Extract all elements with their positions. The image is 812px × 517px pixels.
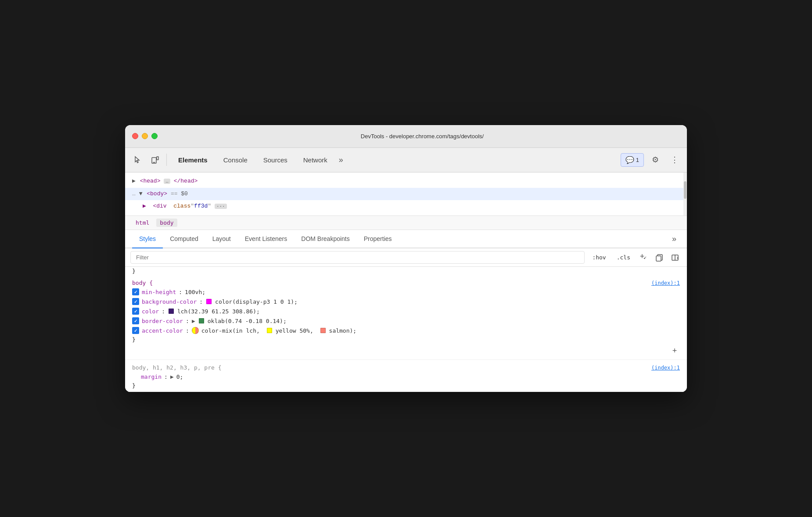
border-color-swatch[interactable] — [199, 318, 204, 323]
css-rule1-close: } — [125, 335, 687, 344]
css-prop-border-color: border-color : ▶ oklab(0.74 -0.18 0.14); — [125, 316, 687, 326]
css-value-accent-color-prefix: color-mix(in lch, — [201, 327, 263, 334]
dom-head-line[interactable]: ▶ <head> … </head> — [125, 175, 687, 188]
bg-color-swatch[interactable] — [206, 299, 212, 304]
css-selector-body-multi[interactable]: body, h1, h2, h3, p, pre { — [132, 364, 222, 371]
css-propname-bg-color[interactable]: background-color — [142, 298, 197, 305]
add-icon: + — [640, 252, 645, 261]
css-propname-min-height[interactable]: min-height — [142, 289, 176, 295]
color-swatch[interactable] — [169, 309, 174, 314]
css-value-min-height[interactable]: 100vh; — [185, 289, 205, 295]
more-menu-button[interactable]: ⋮ — [667, 152, 683, 168]
css-checkbox-bg-color[interactable] — [132, 298, 139, 305]
dom-head-tag: <head> — [140, 178, 161, 184]
css-value-margin[interactable]: 0; — [176, 373, 183, 380]
css-checkbox-min-height[interactable] — [132, 288, 139, 295]
filter-actions: :hov .cls + ↙ — [588, 251, 682, 264]
notification-icon: 💬 — [625, 156, 634, 164]
breadcrumb-body[interactable]: body — [156, 219, 177, 227]
notification-button[interactable]: 💬 1 — [621, 153, 644, 167]
salmon-swatch[interactable] — [320, 328, 326, 333]
toolbar-separator — [166, 154, 167, 166]
css-colon-4: : — [186, 318, 189, 324]
add-style-button[interactable]: + ↙ — [637, 251, 650, 264]
css-source-body[interactable]: (index):1 — [651, 280, 680, 286]
css-propname-color[interactable]: color — [142, 308, 159, 315]
css-colon-5: : — [186, 327, 189, 334]
settings-button[interactable]: ⚙ — [647, 152, 663, 168]
css-propname-accent-color[interactable]: accent-color — [142, 327, 183, 334]
device-toggle-button[interactable] — [147, 152, 163, 168]
copy-styles-button[interactable] — [653, 251, 666, 264]
breadcrumb-html[interactable]: html — [132, 219, 153, 227]
css-panel: } body { (index):1 min-height : 100vh; b… — [125, 267, 687, 392]
css-value-color[interactable]: lch(32.39 61.25 308.86); — [177, 308, 260, 315]
tab-styles[interactable]: Styles — [132, 230, 163, 248]
dom-equals: == — [171, 190, 181, 197]
css-rule-body-multi-header: body, h1, h2, h3, p, pre { (index):1 — [125, 363, 687, 372]
tab-layout[interactable]: Layout — [205, 230, 238, 248]
force-state-button[interactable]: :hov — [588, 252, 610, 263]
css-checkbox-color[interactable] — [132, 308, 139, 315]
devtools-window: DevTools - developer.chrome.com/tags/dev… — [125, 125, 687, 392]
tab-event-listeners[interactable]: Event Listeners — [238, 230, 295, 248]
svg-rect-3 — [656, 256, 661, 261]
css-value-bg-color[interactable]: color(display-p3 1 0 1); — [215, 298, 298, 305]
add-rule-button[interactable]: + — [669, 345, 680, 356]
tab-console[interactable]: Console — [216, 153, 255, 167]
tab-computed[interactable]: Computed — [163, 230, 205, 248]
scrollbar-thumb[interactable] — [684, 181, 686, 199]
css-prop-min-height: min-height : 100vh; — [125, 287, 687, 297]
styles-more-icon[interactable]: » — [668, 231, 680, 247]
border-color-triangle[interactable]: ▶ — [192, 319, 195, 323]
toolbar-right: 💬 1 ⚙ ⋮ — [621, 152, 683, 168]
css-value-yellow: yellow 50%, — [276, 327, 317, 334]
css-colon-2: : — [199, 298, 203, 305]
dom-body-line[interactable]: … ▼ <body> == $0 — [125, 188, 687, 201]
prev-close-brace: } — [125, 267, 687, 275]
yellow-swatch[interactable] — [267, 328, 272, 333]
layout-toggle-button[interactable] — [668, 251, 682, 264]
accent-color-swatch[interactable] — [192, 327, 199, 334]
css-checkbox-accent-color[interactable] — [132, 327, 139, 334]
toggle-class-button[interactable]: .cls — [613, 252, 634, 263]
maximize-button[interactable] — [151, 133, 158, 139]
dom-partial-line[interactable]: ▶ <div class"ff3d" ··· — [125, 200, 687, 213]
traffic-lights — [132, 133, 158, 139]
svg-rect-1 — [157, 157, 158, 160]
toolbar-tabs: Elements Console Sources Network » — [170, 153, 619, 167]
tab-dom-breakpoints[interactable]: DOM Breakpoints — [294, 230, 356, 248]
css-value-salmon: salmon); — [329, 327, 357, 334]
css-rule-body-header: body { (index):1 — [125, 279, 687, 287]
margin-triangle[interactable]: ▶ — [170, 374, 174, 379]
css-selector-body[interactable]: body { — [132, 280, 153, 286]
window-title: DevTools - developer.chrome.com/tags/dev… — [165, 133, 680, 140]
filter-input[interactable] — [130, 251, 585, 264]
dom-ellipsis[interactable]: … — [164, 179, 170, 184]
css-prop-margin: margin : ▶ 0; — [125, 372, 687, 381]
tab-elements[interactable]: Elements — [170, 153, 216, 167]
minimize-button[interactable] — [142, 133, 148, 139]
close-button[interactable] — [132, 133, 138, 139]
css-source-body-multi[interactable]: (index):1 — [651, 365, 680, 371]
css-propname-border-color[interactable]: border-color — [142, 318, 183, 324]
dom-partial-content: ▶ <div class"ff3d" ··· — [143, 203, 227, 209]
dom-dots: … — [132, 190, 136, 197]
filter-input-container — [130, 251, 585, 264]
more-tabs-icon[interactable]: » — [335, 155, 347, 165]
cursor-icon — [133, 155, 142, 164]
css-colon-6: : — [164, 373, 168, 380]
tab-properties[interactable]: Properties — [357, 230, 399, 248]
tab-network[interactable]: Network — [295, 153, 335, 167]
css-prop-accent-color: accent-color : color-mix(in lch, yellow … — [125, 326, 687, 335]
title-bar: DevTools - developer.chrome.com/tags/dev… — [125, 125, 687, 148]
dom-body-tag: <body> — [147, 190, 167, 197]
css-prop-color: color : lch(32.39 61.25 308.86); — [125, 306, 687, 316]
css-checkbox-border-color[interactable] — [132, 317, 139, 324]
css-propname-margin[interactable]: margin — [141, 373, 162, 380]
notification-count: 1 — [636, 157, 639, 163]
tab-sources[interactable]: Sources — [255, 153, 295, 167]
css-value-border-color[interactable]: oklab(0.74 -0.18 0.14); — [208, 318, 287, 324]
cursor-tool-button[interactable] — [129, 152, 145, 168]
css-rule-body-multi: body, h1, h2, h3, p, pre { (index):1 mar… — [125, 360, 687, 392]
